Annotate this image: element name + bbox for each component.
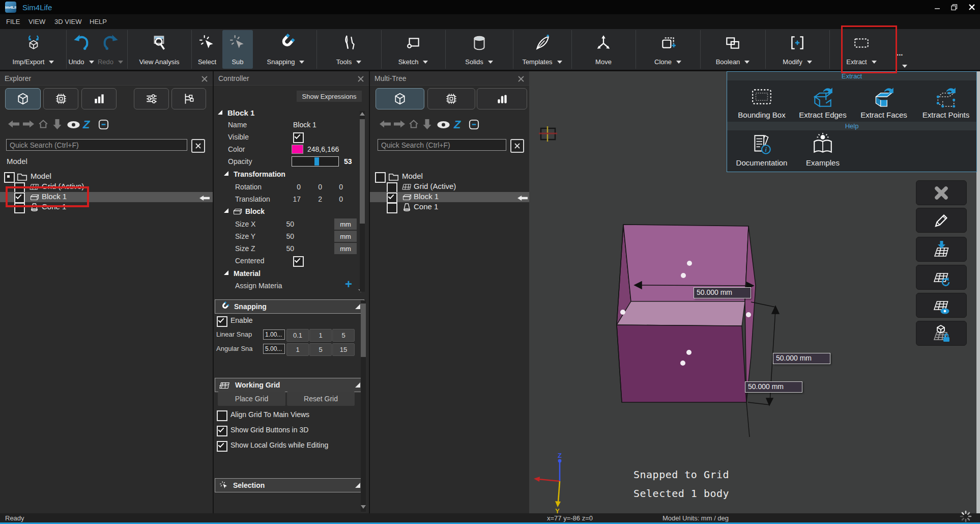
expander-triangle-icon[interactable] bbox=[224, 171, 228, 176]
working-grid-section-header[interactable]: Working Grid bbox=[215, 378, 364, 392]
show-local-grids-checkbox[interactable] bbox=[217, 441, 227, 452]
toolbar-view-analysis[interactable]: View Analysis bbox=[129, 30, 189, 69]
rotation-x[interactable]: 0 bbox=[287, 183, 301, 193]
toolbar-templates[interactable]: Templates bbox=[515, 30, 569, 69]
scrollbar-thumb[interactable] bbox=[360, 119, 365, 224]
dropdown-caret-icon[interactable] bbox=[49, 61, 54, 64]
translation-x[interactable]: 17 bbox=[287, 195, 301, 205]
expander-triangle-icon[interactable] bbox=[224, 270, 228, 275]
name-value[interactable]: Block 1 bbox=[293, 121, 316, 131]
snapping-section-header[interactable]: Snapping bbox=[215, 299, 364, 314]
goto-down-icon[interactable] bbox=[53, 119, 62, 130]
toolbar-move[interactable]: Move bbox=[573, 30, 633, 69]
linear-preset-5[interactable]: 5 bbox=[332, 329, 355, 342]
viewport-lock-grid-button[interactable] bbox=[916, 321, 967, 346]
align-grid-checkbox[interactable] bbox=[217, 410, 227, 421]
toolbar-sub[interactable]: Sub bbox=[222, 30, 253, 69]
show-grid-buttons-checkbox[interactable] bbox=[217, 426, 227, 436]
opacity-slider-handle[interactable] bbox=[314, 157, 319, 166]
dropdown-caret-icon[interactable] bbox=[118, 61, 123, 64]
reset-grid-button[interactable]: Reset Grid bbox=[287, 392, 355, 406]
collapse-all-icon[interactable] bbox=[468, 119, 480, 130]
toolbar-overflow[interactable]: ... bbox=[897, 48, 903, 57]
scroll-to-item-arrow-icon[interactable] bbox=[199, 194, 210, 203]
controller-lower-scrollbar[interactable] bbox=[361, 300, 366, 512]
restore-button[interactable] bbox=[949, 3, 959, 11]
multitree-tab-analysis[interactable] bbox=[477, 88, 527, 109]
controller-close-button[interactable] bbox=[358, 75, 365, 82]
linear-preset-01[interactable]: 0.1 bbox=[286, 329, 309, 342]
model-checkbox[interactable] bbox=[4, 172, 15, 183]
menu-help[interactable]: HELP bbox=[90, 18, 107, 25]
selection-section-header[interactable]: Selection bbox=[215, 478, 364, 492]
explorer-close-button[interactable] bbox=[201, 75, 209, 82]
forward-icon[interactable] bbox=[22, 120, 35, 128]
toolbar-tools[interactable]: Tools bbox=[319, 30, 379, 69]
toolbar-solids[interactable]: Solids bbox=[447, 30, 511, 69]
sizez-value[interactable]: 50 bbox=[281, 244, 294, 255]
angular-preset-15[interactable]: 15 bbox=[332, 343, 355, 356]
rotation-z[interactable]: 0 bbox=[330, 183, 343, 193]
toolbar-select[interactable]: Select bbox=[193, 30, 221, 69]
toolbar-imp-export[interactable]: Imp/Export bbox=[2, 30, 65, 69]
dropdown-caret-icon[interactable] bbox=[807, 61, 812, 64]
multitree-tab-simulation[interactable] bbox=[427, 88, 475, 109]
dropdown-caret-icon[interactable] bbox=[744, 61, 750, 64]
multitree-search-clear-button[interactable] bbox=[510, 139, 524, 153]
visibility-eye-icon[interactable] bbox=[437, 121, 450, 129]
visible-checkbox[interactable] bbox=[293, 132, 304, 143]
collapse-section-icon[interactable] bbox=[355, 483, 360, 488]
rotation-y[interactable]: 0 bbox=[309, 183, 322, 193]
close-button[interactable] bbox=[967, 3, 976, 11]
angular-snap-input[interactable]: 5.00... bbox=[263, 344, 285, 354]
translation-z[interactable]: 0 bbox=[330, 195, 343, 205]
extract-menu-bounding-box[interactable]: Bounding Box bbox=[731, 85, 792, 119]
viewport-place-grid-button[interactable] bbox=[916, 237, 967, 262]
multitree-close-button[interactable] bbox=[518, 75, 525, 82]
viewport-reset-grid-button[interactable] bbox=[916, 265, 967, 290]
linear-snap-input[interactable]: 1.00... bbox=[263, 329, 285, 340]
menu-file[interactable]: FILE bbox=[6, 18, 20, 25]
snapping-enable-checkbox[interactable] bbox=[217, 316, 227, 327]
toolbar-clone[interactable]: Clone bbox=[638, 30, 698, 69]
dropdown-caret-icon[interactable] bbox=[676, 61, 681, 64]
dropdown-caret-icon[interactable] bbox=[299, 61, 304, 64]
viewport-edit-button[interactable] bbox=[916, 208, 967, 233]
toolbar-overflow-caret[interactable] bbox=[902, 61, 907, 70]
back-icon[interactable] bbox=[8, 120, 20, 128]
toolbar-undo[interactable]: Undo bbox=[68, 30, 95, 69]
show-expressions-button[interactable]: Show Expressions bbox=[297, 91, 362, 102]
toolbar-sketch[interactable]: Sketch bbox=[383, 30, 443, 69]
multitree-search-input[interactable] bbox=[378, 139, 506, 151]
extract-menu-extract-faces[interactable]: Extract Faces bbox=[853, 85, 914, 119]
extract-menu-extract-points[interactable]: Extract Points bbox=[915, 85, 976, 119]
tree-row-grid[interactable]: Grid (Active) bbox=[370, 182, 529, 192]
explorer-tab-model[interactable] bbox=[5, 88, 41, 109]
sizey-value[interactable]: 50 bbox=[281, 232, 294, 242]
home-icon[interactable] bbox=[408, 119, 419, 129]
toolbar-modify[interactable]: Modify bbox=[767, 30, 827, 69]
dropdown-caret-icon[interactable] bbox=[488, 61, 493, 64]
zoom-to-icon[interactable]: Z bbox=[83, 118, 90, 131]
angular-preset-1[interactable]: 1 bbox=[286, 343, 309, 356]
explorer-tab-options[interactable] bbox=[134, 88, 169, 109]
visibility-eye-icon[interactable] bbox=[67, 121, 80, 129]
viewport-grid-visibility-button[interactable] bbox=[916, 293, 967, 318]
toolbar-redo[interactable]: Redo bbox=[96, 30, 125, 69]
scroll-to-item-arrow-icon[interactable] bbox=[517, 194, 528, 203]
toolbar-snapping[interactable]: Snapping bbox=[257, 30, 314, 69]
viewport-cancel-button[interactable] bbox=[916, 180, 967, 205]
controller-scrollbar[interactable] bbox=[360, 111, 365, 292]
home-icon[interactable] bbox=[38, 119, 49, 129]
tree-row-cone1[interactable]: Cone 1 bbox=[370, 202, 529, 212]
color-swatch[interactable] bbox=[292, 145, 303, 154]
extract-menu-examples[interactable]: Examples bbox=[792, 133, 853, 167]
toolbar-boolean[interactable]: Boolean bbox=[702, 30, 763, 69]
explorer-tab-simulation[interactable] bbox=[43, 88, 78, 109]
dropdown-caret-icon[interactable] bbox=[557, 61, 562, 64]
extract-menu-documentation[interactable]: i Documentation bbox=[731, 133, 792, 167]
translation-y[interactable]: 2 bbox=[309, 195, 322, 205]
extract-menu-extract-edges[interactable]: Extract Edges bbox=[792, 85, 853, 119]
minimize-button[interactable] bbox=[933, 3, 942, 11]
place-grid-button[interactable]: Place Grid bbox=[218, 392, 285, 406]
